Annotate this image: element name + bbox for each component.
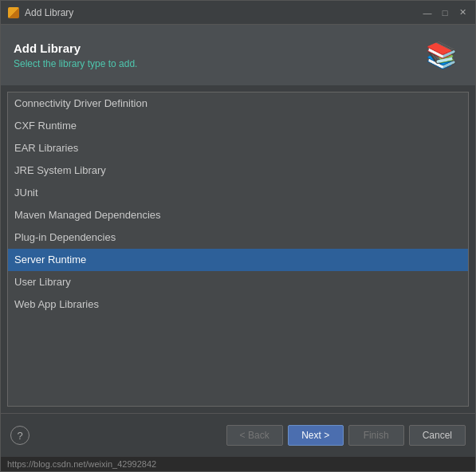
library-list[interactable]: Connectivity Driver DefinitionCXF Runtim… (7, 92, 469, 407)
content-area: Connectivity Driver DefinitionCXF Runtim… (1, 85, 475, 413)
header-title: Add Library (14, 41, 137, 55)
header: Add Library Select the library type to a… (1, 25, 475, 85)
window-icon (7, 6, 20, 19)
title-bar-text: Add Library (25, 7, 421, 18)
list-item[interactable]: JRE System Library (8, 159, 468, 182)
header-left: Add Library Select the library type to a… (14, 41, 137, 69)
list-item[interactable]: JUnit (8, 182, 468, 204)
footer-buttons: < Back Next > Finish Cancel (226, 425, 466, 446)
list-item[interactable]: Web App Libraries (8, 293, 468, 316)
list-item[interactable]: CXF Runtime (8, 115, 468, 137)
url-bar: https://blog.csdn.net/weixin_42992842 (1, 457, 475, 471)
list-item[interactable]: Maven Managed Dependencies (8, 204, 468, 226)
title-bar-controls: — □ ✕ (421, 6, 469, 19)
library-icon: 📚 (421, 34, 462, 76)
header-subtitle: Select the library type to add. (14, 58, 137, 69)
help-button[interactable]: ? (10, 426, 30, 445)
cancel-button[interactable]: Cancel (409, 425, 466, 446)
list-item[interactable]: Plug-in Dependencies (8, 226, 468, 249)
add-library-window: Add Library — □ ✕ Add Library Select the… (0, 0, 476, 472)
url-text: https://blog.csdn.net/weixin_42992842 (7, 459, 156, 469)
close-button[interactable]: ✕ (456, 6, 469, 19)
back-button[interactable]: < Back (226, 425, 283, 446)
maximize-button[interactable]: □ (439, 6, 451, 19)
next-button[interactable]: Next > (288, 425, 344, 446)
title-bar: Add Library — □ ✕ (1, 1, 475, 25)
list-item[interactable]: Server Runtime (8, 249, 468, 271)
finish-button[interactable]: Finish (348, 425, 404, 446)
list-item[interactable]: EAR Libraries (8, 137, 468, 159)
list-item[interactable]: Connectivity Driver Definition (8, 92, 468, 115)
footer: ? < Back Next > Finish Cancel (1, 413, 475, 457)
list-item[interactable]: User Library (8, 271, 468, 293)
minimize-button[interactable]: — (421, 6, 434, 19)
